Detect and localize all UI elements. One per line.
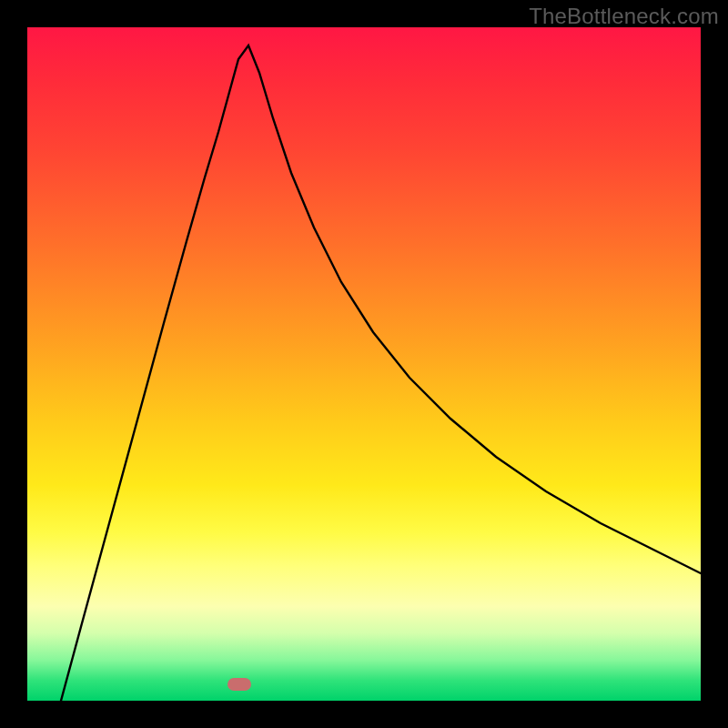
chart-frame: TheBottleneck.com: [0, 0, 728, 728]
curve-svg: [27, 27, 701, 701]
watermark-text: TheBottleneck.com: [529, 4, 719, 29]
optimum-marker: [228, 678, 251, 691]
bottleneck-curve: [61, 46, 701, 701]
plot-area: [27, 27, 701, 701]
